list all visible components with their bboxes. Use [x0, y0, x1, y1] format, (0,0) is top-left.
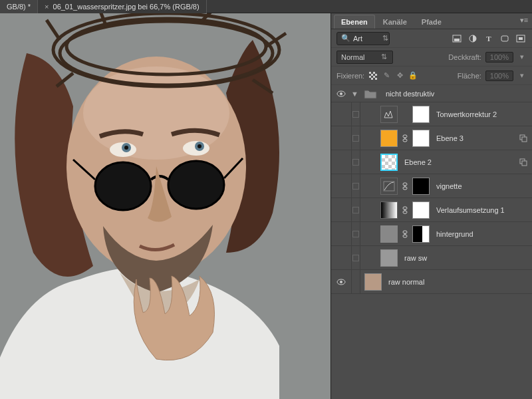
chevron-down-icon[interactable]: ▾	[517, 71, 527, 80]
tab-layers[interactable]: Ebenen	[334, 15, 375, 29]
layer-name[interactable]: Tonwertkorrektur 2	[436, 110, 528, 118]
tab-label: 06_01_wasserspritzer.jpg bei 66,7% (RGB/…	[53, 3, 200, 11]
layer-name[interactable]: raw sw	[404, 254, 528, 262]
search-icon: 🔍	[341, 34, 350, 43]
layer-group[interactable]: ▼ nicht destruktiv	[331, 85, 532, 102]
chevron-down-icon[interactable]: ▾	[517, 53, 527, 62]
blend-opacity-row: Normal ⇅ Deckkraft: 100% ▾	[331, 48, 532, 66]
layer-pixel[interactable]: raw sw	[331, 246, 532, 270]
blend-mode-select[interactable]: Normal ⇅	[336, 51, 393, 64]
layer-thumbnail[interactable]	[380, 249, 398, 267]
layer-checkbox[interactable]	[352, 135, 359, 142]
copy-icon[interactable]	[519, 134, 528, 143]
gradmap-icon	[380, 201, 398, 219]
filter-smart-icon[interactable]	[515, 33, 527, 45]
chevron-updown-icon: ⇅	[382, 34, 388, 43]
layer-name[interactable]: hintergrund	[436, 230, 528, 238]
canvas-image	[0, 13, 331, 399]
layer-mask-thumbnail[interactable]	[412, 106, 430, 123]
layer-checkbox[interactable]	[352, 159, 359, 166]
layer-thumbnail[interactable]	[380, 225, 398, 243]
layer-mask-thumbnail[interactable]	[412, 201, 430, 219]
link-icon[interactable]	[402, 134, 408, 142]
layer-name[interactable]: raw normal	[388, 278, 528, 286]
folder-icon	[362, 85, 379, 102]
lock-pixels-icon[interactable]: ✎	[382, 71, 391, 80]
tab-paths[interactable]: Pfade	[415, 15, 448, 29]
svg-rect-23	[454, 39, 460, 41]
layer-list: ▼ nicht destruktiv Tonwertkorrektur 2	[331, 85, 532, 399]
filter-shape-icon[interactable]	[499, 33, 511, 45]
panel-menu-icon[interactable]: ▾≡	[519, 16, 529, 25]
svg-rect-28	[369, 72, 377, 80]
layer-name[interactable]: Ebene 2	[404, 158, 515, 166]
link-icon[interactable]	[402, 206, 408, 214]
svg-point-17	[198, 144, 201, 148]
visibility-eye-icon[interactable]	[336, 279, 346, 285]
curves-icon	[380, 178, 398, 195]
filter-type-icon[interactable]: T	[483, 33, 495, 45]
layer-mask-thumbnail[interactable]	[412, 130, 430, 147]
lock-all-icon[interactable]: 🔒	[408, 71, 418, 80]
layer-thumbnail[interactable]	[380, 130, 398, 147]
svg-point-19	[168, 161, 224, 209]
fill-label: Fläche:	[458, 72, 481, 80]
layers-panel: ▾≡ Ebenen Kanäle Pfade 🔍 ⇅ T	[331, 13, 532, 399]
layer-name[interactable]: Ebene 3	[436, 134, 515, 142]
layer-adjustment[interactable]: Tonwertkorrektur 2	[331, 102, 532, 126]
svg-point-33	[340, 92, 342, 95]
layer-adjustment[interactable]: vignette	[331, 174, 532, 198]
panel-tabs: Ebenen Kanäle Pfade	[331, 13, 532, 29]
layer-checkbox[interactable]	[352, 111, 359, 118]
layer-name[interactable]: vignette	[436, 182, 528, 190]
levels-icon	[380, 106, 398, 123]
canvas[interactable]	[0, 13, 331, 399]
svg-rect-41	[384, 182, 394, 191]
blend-mode-value: Normal	[341, 53, 364, 61]
document-tab-bar: GB/8) * × 06_01_wasserspritzer.jpg bei 6…	[0, 0, 532, 13]
visibility-eye-icon[interactable]	[336, 90, 346, 97]
svg-point-52	[340, 281, 342, 283]
lock-fill-row: Fixieren: ✎ ✥ 🔒 Fläche: 100% ▾	[331, 66, 532, 85]
fill-value[interactable]: 100%	[485, 70, 513, 81]
filter-pixel-icon[interactable]	[451, 33, 463, 45]
layer-mask-thumbnail[interactable]	[412, 225, 430, 243]
layer-pixel[interactable]: Ebene 2	[331, 150, 532, 174]
svg-point-14	[124, 146, 128, 150]
document-tab[interactable]: GB/8) *	[0, 0, 38, 13]
group-caret-icon[interactable]: ▼	[351, 90, 358, 98]
layer-checkbox[interactable]	[352, 207, 359, 213]
layer-pixel[interactable]: hintergrund	[331, 222, 532, 246]
chevron-updown-icon: ⇅	[379, 53, 388, 62]
document-tab[interactable]: × 06_01_wasserspritzer.jpg bei 66,7% (RG…	[38, 0, 207, 13]
svg-point-18	[95, 162, 151, 210]
layer-checkbox[interactable]	[352, 183, 359, 190]
layer-pixel[interactable]: Ebene 3	[331, 126, 532, 150]
layer-thumbnail[interactable]	[380, 154, 398, 171]
link-icon[interactable]	[402, 182, 408, 190]
opacity-value[interactable]: 100%	[485, 52, 513, 63]
layer-name[interactable]: Verlaufsumsetzung 1	[436, 206, 528, 214]
layer-filter-select[interactable]: 🔍 ⇅	[336, 32, 390, 45]
filter-adjust-icon[interactable]	[467, 33, 479, 45]
svg-rect-40	[522, 161, 527, 166]
svg-rect-38	[522, 137, 527, 142]
copy-icon[interactable]	[519, 158, 528, 167]
layer-filter-row: 🔍 ⇅ T	[331, 29, 532, 48]
lock-transparency-icon[interactable]	[368, 71, 378, 80]
layer-thumbnail[interactable]	[364, 273, 382, 291]
tab-channels[interactable]: Kanäle	[376, 15, 414, 29]
tab-label: GB/8) *	[7, 3, 31, 11]
svg-rect-25	[501, 36, 508, 41]
filter-value[interactable]	[353, 35, 380, 43]
svg-rect-27	[519, 37, 523, 40]
layer-name[interactable]: nicht destruktiv	[386, 90, 528, 98]
close-tab-icon[interactable]: ×	[45, 3, 49, 11]
layer-checkbox[interactable]	[352, 231, 359, 237]
layer-pixel[interactable]: raw normal	[331, 270, 532, 294]
lock-position-icon[interactable]: ✥	[395, 71, 404, 80]
layer-mask-thumbnail[interactable]	[412, 178, 430, 195]
link-icon[interactable]	[402, 230, 408, 238]
layer-adjustment[interactable]: Verlaufsumsetzung 1	[331, 198, 532, 222]
layer-checkbox[interactable]	[352, 255, 359, 261]
